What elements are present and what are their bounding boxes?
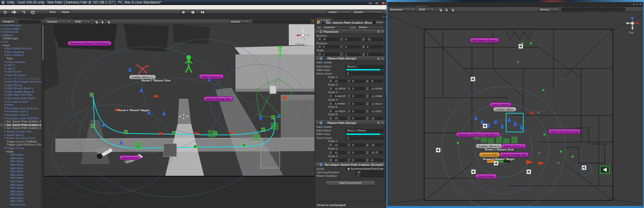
- hierarchy-row[interactable]: Wall Glass: [0, 167, 42, 170]
- return-duration-field[interactable]: 3: [356, 174, 384, 177]
- scene-label-switch-wheel[interactable]: Switch Wheel: [119, 155, 141, 160]
- axis-field-y[interactable]: 0: [351, 80, 364, 83]
- audio-toggle-icon-right[interactable]: [444, 8, 449, 11]
- scene-label-switch-change-path[interactable]: Switch Change Path: [500, 152, 529, 157]
- global-toggle[interactable]: Global: [60, 10, 71, 14]
- scene-label-release-and-reset-crate-return[interactable]: Release and Reset Crate Return: [67, 41, 112, 46]
- scene-search-input[interactable]: [252, 20, 311, 23]
- hierarchy-row[interactable]: Wall Glass: [0, 173, 42, 177]
- path-visible-checkbox[interactable]: [356, 125, 359, 128]
- axis-field-z[interactable]: -12: [369, 144, 383, 147]
- transform-component-header[interactable]: ▼ Transform ▤ ⛭: [315, 29, 385, 34]
- floating-window-controls[interactable]: ≡ ▾ ✕: [633, 3, 642, 6]
- maximize-button[interactable]: □: [374, 2, 379, 5]
- hierarchy-row[interactable]: Wall Glass: [0, 153, 42, 157]
- hierarchy-search-input[interactable]: [18, 20, 41, 23]
- component-header-itween-path-script-1[interactable]: ▼iTween Path (Script)▤ ⛭: [315, 120, 385, 125]
- hierarchy-row[interactable]: ▶Paths: [0, 103, 42, 107]
- path-name-field[interactable]: Room 1 Return: [346, 129, 384, 132]
- hierarchy-row[interactable]: ▶Light Mid Down (UNUSED): [0, 77, 42, 81]
- axis-field-x[interactable]: -13: [333, 144, 346, 147]
- axis-field-z[interactable]: 1: [365, 53, 383, 56]
- hierarchy-row[interactable]: ▶Switch Wheel: [0, 133, 42, 137]
- hand-tool-icon[interactable]: [2, 10, 8, 14]
- hierarchy-row[interactable]: ▼Walls: [0, 150, 42, 154]
- layout-dropdown[interactable]: Custom▾: [352, 10, 382, 14]
- audio-toggle-icon[interactable]: [100, 20, 105, 23]
- axis-field-z[interactable]: -9: [369, 80, 383, 83]
- play-button[interactable]: [180, 10, 187, 14]
- axis-field-z[interactable]: -12.02917: [369, 110, 383, 113]
- axis-field-z[interactable]: -11.03866: [369, 95, 383, 98]
- hierarchy-row[interactable]: ▶Camera Main: [0, 27, 42, 31]
- axis-field-y[interactable]: 0: [351, 144, 364, 147]
- axis-field-y[interactable]: 0: [351, 102, 364, 105]
- axis-field-y[interactable]: 0: [351, 87, 364, 90]
- foldout-arrow-icon[interactable]: ▼: [316, 121, 318, 124]
- hierarchy-row[interactable]: Wall Glass: [0, 157, 42, 160]
- scene-label-room-1-return-end[interactable]: Room 1 'Return' End: [483, 148, 516, 152]
- axis-field-y[interactable]: 0: [351, 117, 364, 120]
- hierarchy-row[interactable]: ▶Set: Switch-Path-Grabber (Main: [0, 120, 42, 123]
- axis-field-z[interactable]: -11: [365, 38, 383, 41]
- axis-field-x[interactable]: -8: [321, 38, 339, 41]
- scene-search-input-right[interactable]: [561, 8, 625, 11]
- node-count-field[interactable]: 3: [346, 136, 384, 140]
- hierarchy-row[interactable]: Wall Glass: [0, 170, 42, 173]
- hierarchy-row[interactable]: ▶Light 1: [0, 63, 42, 67]
- scene-label-grabber-main[interactable]: Grabber (Main): [493, 107, 517, 112]
- draw-mode-dropdown-right[interactable]: Wireframe▾: [388, 8, 416, 11]
- hierarchy-row[interactable]: ▶Light Wide (Main Path): [0, 97, 42, 100]
- axis-field-z[interactable]: 0: [365, 45, 383, 48]
- pivot-toggle[interactable]: Pivot: [48, 10, 57, 14]
- axis-field-y[interactable]: 0: [344, 45, 361, 48]
- hierarchy-row[interactable]: ▶Door Swing A: [0, 53, 42, 57]
- lighting-toggle-icon[interactable]: [94, 20, 99, 23]
- path-name-field[interactable]: Room 1: [346, 65, 384, 68]
- scale-tool-icon[interactable]: [29, 10, 36, 14]
- axis-field-y[interactable]: 1: [344, 53, 361, 56]
- hierarchy-row[interactable]: Wall Glass: [0, 190, 42, 193]
- add-component-button[interactable]: Add Component: [325, 180, 375, 186]
- axis-field-x[interactable]: -11: [333, 159, 346, 162]
- component-help-gear-icons[interactable]: ▤ ⛭: [377, 30, 384, 33]
- axis-field-x[interactable]: -11: [333, 151, 346, 154]
- hierarchy-row[interactable]: ▼Level: [0, 44, 42, 47]
- axis-field-x[interactable]: -5.492335: [333, 95, 346, 98]
- effects-toggle-icon-right[interactable]: [450, 8, 455, 11]
- render-channel-dropdown[interactable]: RGB▾: [73, 20, 91, 23]
- object-name[interactable]: Set: Switch-Path-Grabber (Room 1): [326, 21, 373, 24]
- scene-viewport[interactable]: < Persp Release and Reset Crate ReturnGr…: [44, 24, 314, 208]
- hierarchy-row[interactable]: ▶Door Rotating: [0, 50, 42, 54]
- static-checkbox[interactable]: [372, 21, 375, 24]
- axis-field-x[interactable]: -5.544803: [333, 102, 346, 105]
- axis-field-z[interactable]: -11.75: [369, 151, 383, 154]
- scene-label-switch-wheel[interactable]: Switch Wheel: [475, 174, 497, 179]
- move-tool-icon[interactable]: [11, 10, 17, 14]
- hierarchy-row[interactable]: Wall Glass: [0, 176, 42, 180]
- foldout-arrow-icon[interactable]: ▼: [316, 163, 318, 166]
- foldout-arrow-icon[interactable]: ▼: [316, 30, 318, 33]
- axis-field-x[interactable]: 0: [321, 45, 339, 48]
- window-titlebar[interactable]: Unity - Level 10A-00.unity - New folder …: [0, 0, 387, 5]
- carrying-duration-field[interactable]: 12: [356, 171, 384, 174]
- axis-field-x[interactable]: -10.48297: [333, 110, 346, 113]
- hierarchy-row[interactable]: ▶Switch Change Path: [0, 130, 42, 133]
- component-help-gear-icons[interactable]: ▤ ⛭: [377, 121, 384, 124]
- axis-field-y[interactable]: 0: [351, 151, 364, 154]
- component-help-gear-icons[interactable]: ▤ ⛭: [377, 57, 384, 60]
- hierarchy-row[interactable]: Global Light: [0, 37, 42, 40]
- axis-field-z[interactable]: -10.83096: [369, 87, 383, 90]
- rotate-tool-icon[interactable]: [20, 10, 27, 14]
- hierarchy-row[interactable]: Wall Glass: [0, 193, 42, 196]
- hierarchy-row[interactable]: Trigger Cover (VISIBLE): [0, 140, 42, 144]
- hierarchy-row[interactable]: Wall Glass: [0, 180, 42, 183]
- scene-label-belt-switch-return[interactable]: Belt Switch (Return): [470, 38, 499, 43]
- tag-dropdown[interactable]: Untagged: [322, 26, 349, 29]
- gizmos-dropdown[interactable]: Gizmos▾: [229, 20, 250, 23]
- component-header-set-helper-switch-path-grabber-script-2[interactable]: ▼Set Helper Switch Path Grabber (Script)…: [315, 162, 385, 167]
- path-visible-checkbox[interactable]: [356, 61, 359, 64]
- path-color-swatch[interactable]: [346, 68, 381, 71]
- hierarchy-row[interactable]: Wall Glass: [0, 199, 42, 203]
- top-view-viewport[interactable]: Top Belt Switch (Return)Switch (MAIN)Gra…: [387, 12, 643, 206]
